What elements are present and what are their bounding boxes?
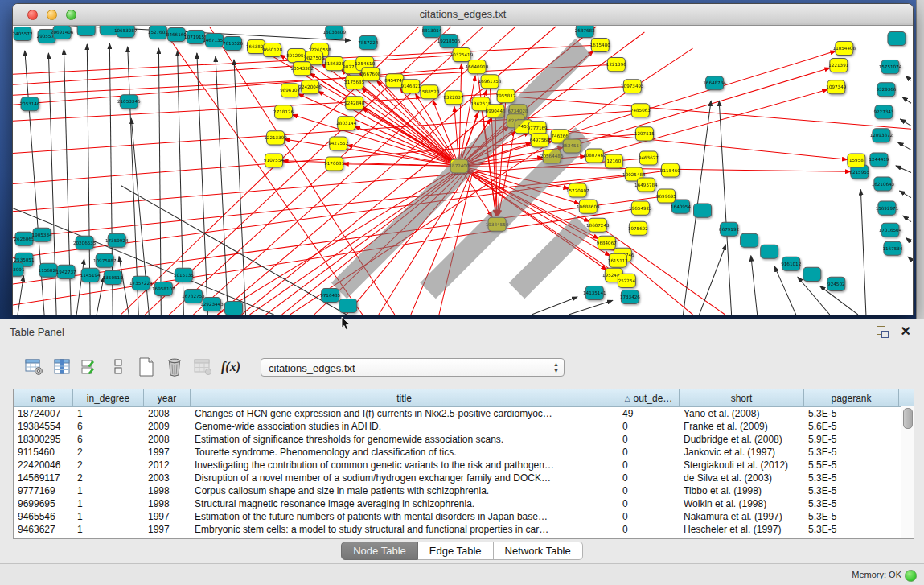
- select-rows-icon[interactable]: [80, 357, 100, 377]
- table-cell[interactable]: 6: [73, 421, 144, 432]
- table-cell[interactable]: 14569117: [14, 472, 73, 484]
- table-cell[interactable]: 9777169: [14, 485, 73, 496]
- table-cell[interactable]: Wolkin et al. (1998): [680, 498, 804, 509]
- tab-edge-table[interactable]: Edge Table: [418, 542, 494, 560]
- column-header-short[interactable]: short: [680, 389, 804, 406]
- function-builder-icon[interactable]: f(x): [221, 357, 240, 377]
- tab-network-table[interactable]: Network Table: [494, 542, 583, 560]
- table-cell[interactable]: 5.6E-5: [804, 421, 899, 432]
- table-cell[interactable]: 0: [618, 498, 680, 509]
- table-cell[interactable]: Tourette syndrome. Phenomenology and cla…: [191, 447, 618, 458]
- column-header-out_de[interactable]: △out_de…: [618, 389, 680, 406]
- table-cell[interactable]: 2: [73, 447, 144, 458]
- table-row[interactable]: 946362711997Embryonic stem cells: a mode…: [14, 523, 914, 536]
- table-cell[interactable]: 49: [618, 408, 680, 419]
- table-cell[interactable]: 9115460: [14, 447, 73, 458]
- table-cell[interactable]: 5.3E-5: [804, 485, 899, 496]
- table-row[interactable]: 2242004622012Investigating the contribut…: [14, 459, 914, 472]
- table-cell[interactable]: 2: [73, 459, 144, 471]
- float-panel-icon[interactable]: [877, 326, 889, 338]
- table-cell[interactable]: 0: [618, 421, 680, 432]
- column-header-pagerank[interactable]: pagerank: [804, 389, 899, 406]
- table-cell[interactable]: Estimation of the future numbers of pati…: [191, 511, 618, 522]
- table-cell[interactable]: 5.3E-5: [804, 498, 899, 509]
- scrollbar-thumb[interactable]: [903, 408, 913, 429]
- close-panel-icon[interactable]: ✕: [901, 323, 911, 339]
- table-cell[interactable]: 1: [73, 485, 144, 496]
- table-row[interactable]: 977716911998Corpus callosum shape and si…: [14, 484, 914, 497]
- table-cell[interactable]: Structural magnetic resonance image aver…: [191, 498, 618, 509]
- table-cell[interactable]: Hescheler et al. (1997): [680, 524, 804, 535]
- column-header-in_degree[interactable]: in_degree: [73, 389, 144, 406]
- select-columns-icon[interactable]: [52, 357, 72, 377]
- table-cell[interactable]: 1997: [144, 511, 191, 522]
- table-scrollbar[interactable]: [901, 406, 914, 538]
- table-cell[interactable]: Disruption of a novel member of a sodium…: [191, 472, 618, 484]
- table-cell[interactable]: 1998: [144, 485, 191, 496]
- table-cell[interactable]: 2008: [144, 434, 191, 445]
- table-cell[interactable]: 1: [73, 511, 144, 522]
- delete-table-icon[interactable]: [165, 357, 184, 377]
- table-cell[interactable]: 1: [73, 408, 144, 419]
- column-header-year[interactable]: year: [144, 389, 191, 406]
- table-cell[interactable]: 5.3E-5: [804, 524, 899, 535]
- table-cell[interactable]: 2008: [144, 408, 191, 419]
- window-titlebar[interactable]: citations_edges.txt: [13, 4, 913, 26]
- tab-node-table[interactable]: Node Table: [341, 542, 418, 560]
- table-cell[interactable]: 5.3E-5: [804, 472, 899, 484]
- column-header-name[interactable]: name: [14, 389, 73, 406]
- table-cell[interactable]: 0: [618, 524, 680, 535]
- table-cell[interactable]: Investigating the contribution of common…: [191, 459, 618, 471]
- table-cell[interactable]: Franke et al. (2009): [680, 421, 804, 432]
- table-cell[interactable]: Embryonic stem cells: a model to study s…: [191, 524, 618, 535]
- table-cell[interactable]: 9699695: [14, 498, 73, 509]
- table-row[interactable]: 1456911722003Disruption of a novel membe…: [14, 472, 914, 484]
- table-row[interactable]: 969969511998Structural magnetic resonanc…: [14, 497, 914, 510]
- table-row[interactable]: 1938455462009Genome-wide association stu…: [14, 420, 914, 433]
- table-cell[interactable]: 0: [618, 447, 680, 458]
- column-header-title[interactable]: title: [191, 389, 618, 406]
- table-row[interactable]: 1872400712008Changes of HCN gene express…: [14, 407, 914, 420]
- table-cell[interactable]: 9465546: [14, 511, 73, 522]
- table-cell[interactable]: 2: [73, 472, 144, 484]
- network-canvas[interactable]: 2405572290557220691406106532871527602846…: [13, 26, 913, 315]
- table-row[interactable]: 946554611997Estimation of the future num…: [14, 510, 914, 523]
- table-cell[interactable]: Dudbridge et al. (2008): [680, 434, 804, 445]
- table-row[interactable]: 911546021997Tourette syndrome. Phenomeno…: [14, 446, 914, 459]
- import-table-icon[interactable]: [193, 357, 212, 377]
- table-cell[interactable]: 2003: [144, 472, 191, 484]
- table-settings-icon[interactable]: [24, 357, 43, 377]
- table-cell[interactable]: 5.3E-5: [804, 511, 899, 522]
- table-cell[interactable]: Stergiakouli et al. (2012): [680, 459, 804, 471]
- table-cell[interactable]: 0: [618, 459, 680, 471]
- table-row[interactable]: 1830029562008Estimation of significance …: [14, 433, 914, 446]
- table-cell[interactable]: Changes of HCN gene expression and I(f) …: [191, 408, 618, 419]
- table-cell[interactable]: 0: [618, 472, 680, 484]
- table-cell[interactable]: Estimation of significance thresholds fo…: [191, 434, 618, 445]
- table-cell[interactable]: 19384554: [14, 421, 73, 432]
- table-cell[interactable]: 1997: [144, 447, 191, 458]
- window-resize-grip[interactable]: [12, 24, 911, 313]
- table-cell[interactable]: Yano et al. (2008): [680, 408, 804, 419]
- table-cell[interactable]: 5.5E-5: [804, 459, 899, 471]
- network-select[interactable]: citations_edges.txt ▲▼: [261, 358, 565, 377]
- table-cell[interactable]: 1998: [144, 498, 191, 509]
- table-cell[interactable]: Corpus callosum shape and size in male p…: [191, 485, 618, 496]
- table-cell[interactable]: 0: [618, 485, 680, 496]
- table-cell[interactable]: 5.9E-5: [804, 434, 899, 445]
- table-cell[interactable]: Tibbo et al. (1998): [680, 485, 804, 496]
- table-cell[interactable]: 5.3E-5: [804, 408, 899, 419]
- table-cell[interactable]: Nakamura et al. (1997): [680, 511, 804, 522]
- new-table-icon[interactable]: [137, 357, 156, 377]
- table-cell[interactable]: 1997: [144, 524, 191, 535]
- table-cell[interactable]: 22420046: [14, 459, 73, 471]
- table-cell[interactable]: 0: [618, 434, 680, 445]
- table-cell[interactable]: Genome-wide association studies in ADHD.: [191, 421, 618, 432]
- row-height-icon[interactable]: [109, 357, 128, 377]
- table-cell[interactable]: 0: [618, 511, 680, 522]
- table-cell[interactable]: Jankovic et al. (1997): [680, 447, 804, 458]
- table-cell[interactable]: 1: [73, 524, 144, 535]
- table-cell[interactable]: 5.3E-5: [804, 447, 899, 458]
- table-cell[interactable]: de Silva et al. (2003): [680, 472, 804, 484]
- table-cell[interactable]: 9463627: [14, 524, 73, 535]
